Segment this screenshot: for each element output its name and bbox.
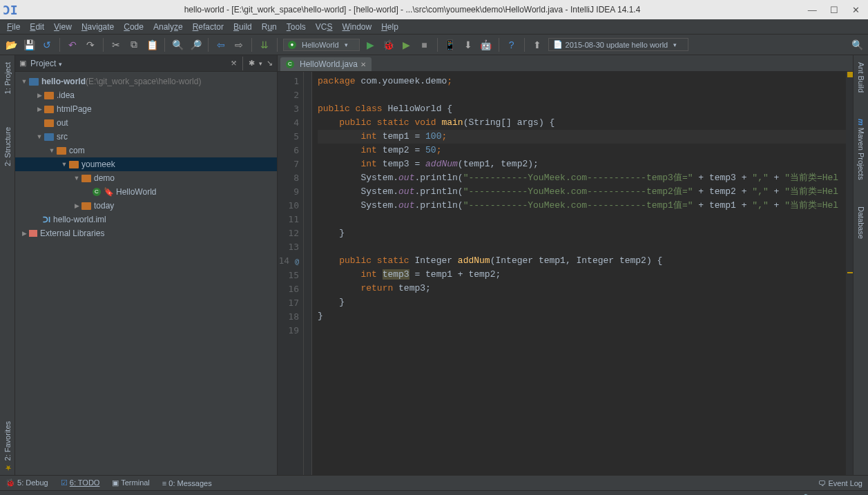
fold-gutter[interactable] xyxy=(304,72,312,475)
make-icon[interactable]: ⇊ xyxy=(258,38,271,52)
status-bar: ⊞ Compilation completed successfully in … xyxy=(0,490,868,495)
bottom-tool-strip: 🐞 5: Debug ☑ 6: TODO ▣ Terminal ≡ 0: Mes… xyxy=(0,475,868,490)
maximize-button[interactable]: ☐ xyxy=(824,5,844,15)
menu-view[interactable]: View xyxy=(54,22,72,32)
project-panel-header: ▣ Project ▾ ⤧ ✱ ▾ ↘ xyxy=(15,55,277,72)
editor-body[interactable]: 1234567891011121314 @1516171819 package … xyxy=(278,72,853,475)
minimize-button[interactable]: — xyxy=(802,5,822,15)
menu-code[interactable]: Code xyxy=(124,22,144,32)
menu-navigate[interactable]: Navigate xyxy=(81,22,114,32)
project-tree: ▼hello-world (E:\git_work_space\hello-wo… xyxy=(15,72,277,243)
warning-mark-icon[interactable] xyxy=(847,272,853,273)
forward-icon[interactable]: ⇨ xyxy=(232,38,246,52)
undo-icon[interactable]: ↶ xyxy=(66,38,79,52)
code-content[interactable]: package com.youmeek.demo; public class H… xyxy=(312,72,846,475)
tree-iml[interactable]: ϽIhello-world.iml xyxy=(15,213,277,226)
project-panel-title[interactable]: Project ▾ xyxy=(30,59,226,68)
open-icon[interactable]: 📂 xyxy=(4,38,18,52)
tree-external-libs[interactable]: ▶External Libraries xyxy=(15,226,277,240)
tree-htmlpage[interactable]: ▶htmlPage xyxy=(15,102,277,116)
editor-tab-helloworld[interactable]: C HelloWorld.java ✕ xyxy=(280,57,372,71)
tool-structure[interactable]: 2: Structure xyxy=(3,124,12,169)
tree-helloworld[interactable]: C🔖HelloWorld xyxy=(15,185,277,199)
menu-help[interactable]: Help xyxy=(381,22,398,32)
project-scope-icon[interactable]: ▣ xyxy=(19,59,26,68)
warning-indicator-icon xyxy=(847,72,853,77)
replace-icon[interactable]: 🔎 xyxy=(189,38,202,52)
tree-idea[interactable]: ▶.idea xyxy=(15,88,277,102)
coverage-icon[interactable]: ▶ xyxy=(400,38,414,52)
debug-icon[interactable]: 🐞 xyxy=(382,38,396,52)
autoscroll-icon[interactable]: ⤧ xyxy=(231,59,237,68)
run-config-selector[interactable]: ● HelloWorld xyxy=(283,39,360,51)
tree-root[interactable]: ▼hello-world (E:\git_work_space\hello-wo… xyxy=(15,75,277,88)
class-icon: C xyxy=(93,188,101,196)
sdk-icon[interactable]: ⬇ xyxy=(461,38,475,52)
vcs-update-icon[interactable]: ⬆ xyxy=(530,38,544,52)
collapse-icon[interactable]: ✱ xyxy=(249,59,255,68)
menu-vcs[interactable]: VCS xyxy=(316,22,333,32)
tree-today[interactable]: ▶today xyxy=(15,199,277,213)
menubar: FFileile Edit View Navigate Code Analyze… xyxy=(0,19,868,35)
tool-database[interactable]: Database xyxy=(857,204,865,242)
sync-icon[interactable]: ↺ xyxy=(40,38,54,52)
tool-debug[interactable]: 🐞 5: Debug xyxy=(6,478,48,487)
package-icon xyxy=(81,175,91,182)
class-icon: ● xyxy=(288,41,296,49)
settings-icon[interactable]: ▾ xyxy=(259,60,262,67)
bookmark-icon: 🔖 xyxy=(104,187,114,197)
menu-edit[interactable]: Edit xyxy=(30,22,44,32)
run-icon[interactable]: ▶ xyxy=(364,38,378,52)
tree-out[interactable]: out xyxy=(15,116,277,130)
close-tab-icon[interactable]: ✕ xyxy=(360,61,366,68)
menu-window[interactable]: Window xyxy=(342,22,372,32)
tool-terminal[interactable]: ▣ Terminal xyxy=(112,478,149,487)
error-stripe[interactable] xyxy=(846,72,853,475)
menu-analyze[interactable]: Analyze xyxy=(153,22,183,32)
search-everywhere-icon[interactable]: 🔍 xyxy=(850,38,864,52)
find-icon[interactable]: 🔍 xyxy=(171,38,184,52)
save-all-icon[interactable]: 💾 xyxy=(22,38,36,52)
vcs-log-dropdown[interactable]: 📄 2015-08-30 update hello world xyxy=(548,38,689,51)
menu-build[interactable]: Build xyxy=(233,22,252,32)
module-icon xyxy=(29,78,39,86)
tool-ant[interactable]: Ant Build xyxy=(857,59,865,95)
copy-icon[interactable]: ⧉ xyxy=(127,38,141,52)
stop-icon[interactable]: ■ xyxy=(418,38,432,52)
vcs-log-label: 2015-08-30 update hello world xyxy=(566,41,668,49)
tool-todo[interactable]: ☑ 6: TODO xyxy=(61,478,100,487)
avd-icon[interactable]: 📱 xyxy=(443,38,457,52)
toolbar: 📂 💾 ↺ ↶ ↷ ✂ ⧉ 📋 🔍 🔎 ⇦ ⇨ ⇊ ● HelloWorld ▶… xyxy=(0,35,868,55)
tool-project[interactable]: 1: Project xyxy=(3,59,12,97)
folder-icon xyxy=(44,106,54,113)
close-button[interactable]: ✕ xyxy=(846,5,865,15)
tool-eventlog[interactable]: 🗨 Event Log xyxy=(818,479,862,487)
tree-src[interactable]: ▼src xyxy=(15,130,277,144)
menu-file[interactable]: FFileile xyxy=(7,22,20,32)
back-icon[interactable]: ⇦ xyxy=(214,38,228,52)
menu-run[interactable]: Run xyxy=(262,22,277,32)
package-icon xyxy=(81,202,91,210)
hide-icon[interactable]: ↘ xyxy=(267,59,273,68)
tool-maven[interactable]: m Maven Projects xyxy=(857,116,865,183)
app-logo-icon: ϽI xyxy=(3,3,18,17)
project-panel: ▣ Project ▾ ⤧ ✱ ▾ ↘ ▼hello-world (E:\git… xyxy=(15,55,278,475)
tree-demo[interactable]: ▼demo xyxy=(15,171,277,185)
monitor-icon[interactable]: 🤖 xyxy=(479,38,493,52)
package-icon xyxy=(69,161,79,168)
paste-icon[interactable]: 📋 xyxy=(145,38,159,52)
tree-youmeek[interactable]: ▼youmeek xyxy=(15,157,277,171)
menu-refactor[interactable]: Refactor xyxy=(193,22,224,32)
source-folder-icon xyxy=(44,133,54,141)
redo-icon[interactable]: ↷ xyxy=(84,38,97,52)
titlebar: ϽI hello-world - [E:\git_work_space\hell… xyxy=(0,0,868,19)
right-tool-strip: Ant Build m Maven Projects Database xyxy=(853,55,868,475)
editor-tab-label: HelloWorld.java xyxy=(300,59,358,69)
tool-messages[interactable]: ≡ 0: Messages xyxy=(162,479,212,487)
menu-tools[interactable]: Tools xyxy=(287,22,306,32)
left-tool-strip: 1: Project 2: Structure ★ 2: Favorites xyxy=(0,55,15,475)
tree-com[interactable]: ▼com xyxy=(15,144,277,157)
cut-icon[interactable]: ✂ xyxy=(109,38,123,52)
help-icon[interactable]: ? xyxy=(505,38,519,52)
tool-favorites[interactable]: ★ 2: Favorites xyxy=(3,418,12,475)
